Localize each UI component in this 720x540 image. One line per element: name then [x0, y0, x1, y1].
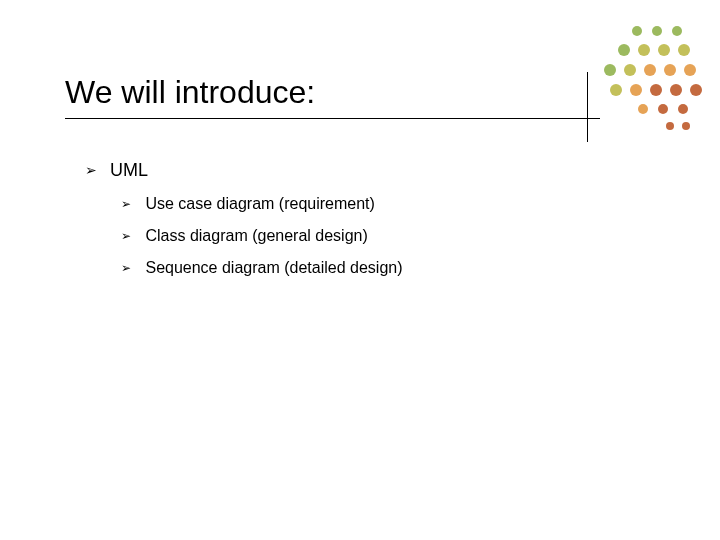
decor-dot	[618, 44, 630, 56]
slide-body: ➢ UML ➢ Use case diagram (requirement) ➢…	[85, 160, 660, 291]
bullet-level2: ➢ Use case diagram (requirement)	[121, 195, 660, 213]
bullet-level1: ➢ UML	[85, 160, 660, 181]
decor-dot	[670, 84, 682, 96]
bullet-icon: ➢	[121, 229, 141, 243]
bullet-icon: ➢	[121, 197, 141, 211]
decor-dot	[664, 64, 676, 76]
decor-dot	[678, 104, 688, 114]
decor-dot	[682, 122, 690, 130]
bullet-text: Use case diagram (requirement)	[145, 195, 374, 212]
decor-dot	[638, 104, 648, 114]
bullet-text: Class diagram (general design)	[145, 227, 367, 244]
bullet-icon: ➢	[85, 162, 105, 178]
slide: We will introduce: ➢ UML ➢ Use case diag…	[0, 0, 720, 540]
slide-title: We will introduce:	[65, 75, 600, 110]
decor-dot	[658, 44, 670, 56]
decor-dot	[632, 26, 642, 36]
bullet-level2: ➢ Class diagram (general design)	[121, 227, 660, 245]
decor-dot	[604, 64, 616, 76]
decor-dot	[684, 64, 696, 76]
decor-dot	[644, 64, 656, 76]
decor-dot	[650, 84, 662, 96]
decor-dot	[652, 26, 662, 36]
decor-dot	[678, 44, 690, 56]
bullet-level2: ➢ Sequence diagram (detailed design)	[121, 259, 660, 277]
decor-dot	[610, 84, 622, 96]
bullet-icon: ➢	[121, 261, 141, 275]
decor-dot	[666, 122, 674, 130]
decor-dot	[690, 84, 702, 96]
bullet-text: UML	[110, 160, 148, 180]
decor-dot	[638, 44, 650, 56]
title-block: We will introduce:	[65, 75, 600, 119]
decor-dot	[672, 26, 682, 36]
decor-dot	[658, 104, 668, 114]
decor-dot	[630, 84, 642, 96]
bullet-text: Sequence diagram (detailed design)	[145, 259, 402, 276]
decor-dot	[624, 64, 636, 76]
